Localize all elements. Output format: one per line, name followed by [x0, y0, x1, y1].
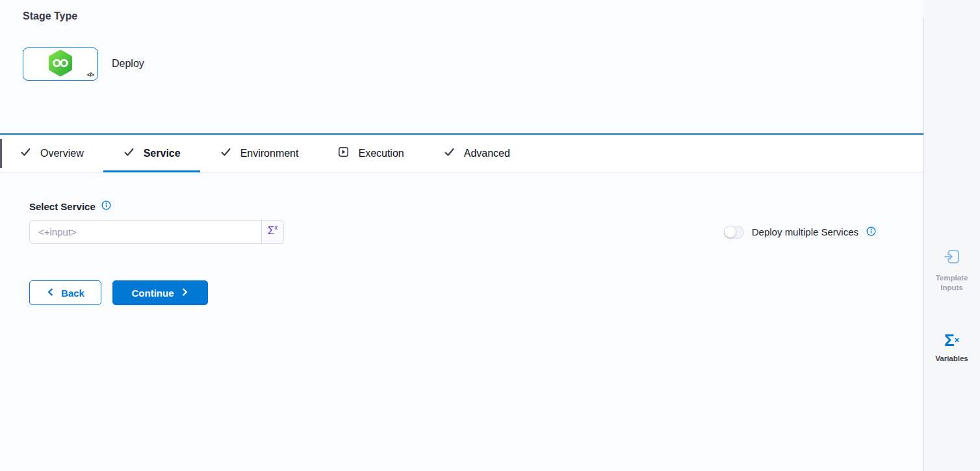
- info-icon[interactable]: [101, 200, 111, 212]
- deploy-multiple-services-row: Deploy multiple Services: [724, 226, 876, 239]
- stage-type-section: Stage Type </> Deploy: [0, 0, 923, 135]
- deploy-stage-card[interactable]: </>: [23, 47, 98, 81]
- harness-cd-hexagon-icon: [48, 49, 73, 79]
- chevron-right-icon: [180, 288, 189, 299]
- tab-environment[interactable]: Environment: [200, 135, 318, 172]
- template-inputs-label: Template Inputs: [932, 273, 972, 293]
- tab-overview[interactable]: Overview: [0, 135, 103, 172]
- service-input-group: Σx: [29, 220, 284, 244]
- stage-type-label: Stage Type: [23, 10, 77, 22]
- check-icon: [123, 146, 135, 161]
- play-box-icon: [337, 146, 350, 161]
- variables-label: Variables: [932, 354, 972, 364]
- select-service-input[interactable]: [29, 220, 262, 244]
- template-inputs-button[interactable]: Template Inputs: [923, 248, 980, 293]
- tab-advanced[interactable]: Advanced: [424, 135, 530, 172]
- select-service-label: Select Service: [29, 201, 96, 212]
- back-button[interactable]: Back: [29, 280, 101, 305]
- runtime-input-sigma-button[interactable]: Σx: [262, 220, 284, 244]
- check-icon: [220, 146, 232, 161]
- code-glyph-icon: </>: [87, 72, 94, 78]
- rail-divider: [923, 18, 924, 471]
- tab-label: Advanced: [464, 148, 510, 159]
- right-rail: Template Inputs Σ× Variables: [923, 0, 980, 471]
- template-inputs-icon: [943, 248, 961, 268]
- tab-service[interactable]: Service: [103, 135, 200, 172]
- stage-tabbar: Overview Service Environment Execution: [0, 135, 923, 172]
- tab-execution[interactable]: Execution: [318, 135, 423, 172]
- continue-button-label: Continue: [132, 288, 174, 299]
- tab-label: Environment: [240, 148, 299, 159]
- variables-sigma-icon: Σ×: [944, 332, 959, 349]
- tab-label: Overview: [40, 148, 84, 159]
- check-icon: [19, 146, 32, 161]
- deploy-multiple-services-toggle[interactable]: [724, 226, 744, 239]
- continue-button[interactable]: Continue: [112, 280, 208, 305]
- stage-name-label: Deploy: [112, 58, 144, 70]
- service-tab-panel: Select Service Σx Deploy mul: [0, 173, 923, 471]
- back-button-label: Back: [61, 288, 84, 299]
- toggle-knob: [725, 226, 736, 237]
- deploy-multiple-services-label: Deploy multiple Services: [752, 226, 858, 237]
- info-icon[interactable]: [866, 226, 876, 238]
- tab-label: Execution: [358, 148, 404, 159]
- chevron-left-icon: [46, 288, 55, 299]
- tab-label: Service: [144, 148, 181, 159]
- variables-button[interactable]: Σ× Variables: [923, 332, 980, 364]
- check-icon: [443, 146, 456, 161]
- stage-config-panel: Stage Type </> Deploy: [0, 0, 923, 471]
